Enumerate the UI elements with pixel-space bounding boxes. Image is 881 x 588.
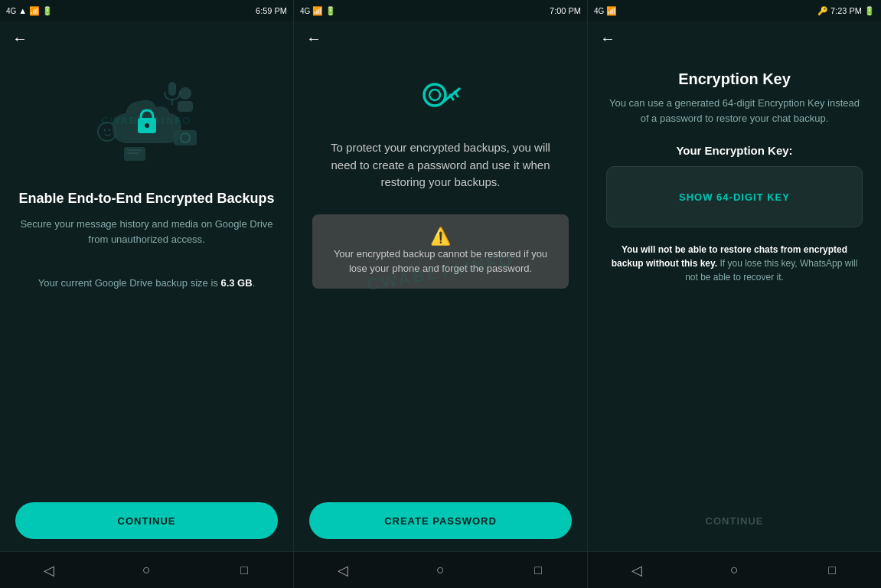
screen1-subtitle: Secure your message history and media on…	[18, 217, 275, 247]
key-icon	[419, 78, 462, 124]
signal-bars-1: ▲	[18, 6, 27, 15]
nav-square-icon-2: □	[534, 564, 542, 577]
screen2-content: CWABETAINFO To protect your encrypted ba…	[294, 55, 587, 490]
show-64-digit-key-button[interactable]: SHOW 64-DIGIT KEY	[606, 166, 863, 227]
screen3-content: Encryption Key You can use a generated 6…	[588, 55, 881, 490]
nav-square-2[interactable]: □	[515, 552, 561, 588]
nav-square-icon-1: □	[240, 564, 248, 577]
status-right-3: 🔑 7:23 PM 🔋	[817, 6, 875, 16]
screen-1: 4G ▲ 📶 🔋 6:59 PM ← CWABETAINFO	[0, 0, 294, 551]
back-row-2: ←	[294, 21, 587, 55]
svg-rect-5	[168, 82, 176, 96]
nav-home-2[interactable]: ○	[417, 552, 463, 588]
warning-box-wrap: ⚠️ Your encrypted backup cannot be resto…	[312, 191, 569, 289]
nav-home-icon-1: ○	[142, 562, 151, 578]
signal-icon-3: 4G	[594, 7, 604, 15]
wifi-icon-2: 📶	[312, 6, 323, 16]
nav-back-3[interactable]: ◁	[614, 552, 660, 588]
nav-home-icon-2: ○	[436, 562, 445, 578]
warning-text: Your encrypted backup cannot be restored…	[328, 247, 553, 276]
nav-square-3[interactable]: □	[809, 552, 855, 588]
nav-back-icon-2: ◁	[338, 562, 348, 579]
back-button-2[interactable]: ←	[306, 30, 321, 47]
nav-square-1[interactable]: □	[221, 552, 267, 588]
nav-back-1[interactable]: ◁	[26, 552, 72, 588]
btn-row-1: CONTINUE	[0, 490, 293, 551]
warning-icon: ⚠️	[430, 227, 451, 247]
signal-icon-1: 4G	[6, 7, 16, 15]
status-left-2: 4G 📶 🔋	[300, 6, 336, 16]
show-key-text: SHOW 64-DIGIT KEY	[679, 191, 790, 203]
status-left-3: 4G 📶	[594, 6, 617, 16]
wifi-icon-1: 📶	[29, 6, 40, 16]
your-key-label: Your Encryption Key:	[676, 144, 792, 157]
battery-icon-2: 🔋	[325, 6, 336, 16]
key-svg	[419, 78, 462, 121]
nav-square-icon-3: □	[828, 564, 836, 577]
svg-rect-11	[124, 147, 145, 161]
screen2-description: To protect your encrypted backups, you w…	[312, 139, 569, 191]
screen-2: 4G 📶 🔋 7:00 PM ← CWABETAINFO	[294, 0, 588, 551]
svg-rect-1	[178, 101, 193, 112]
btn-row-3: CONTINUE	[588, 490, 881, 551]
backup-size: 6.3 GB	[220, 277, 252, 289]
nav-home-icon-3: ○	[730, 562, 739, 578]
svg-point-3	[103, 129, 106, 132]
nav-back-icon-3: ◁	[631, 562, 642, 579]
back-row-3: ←	[588, 21, 881, 55]
warning-box: ⚠️ Your encrypted backup cannot be resto…	[312, 214, 569, 289]
continue-button-1[interactable]: CONTINUE	[15, 502, 278, 539]
btn-row-2: CREATE PASSWORD	[294, 490, 587, 551]
wifi-icon-3: 📶	[606, 6, 617, 16]
status-right-2: 7:00 PM	[550, 6, 581, 15]
screen-3: 4G 📶 🔑 7:23 PM 🔋 ← Encryption Key You ca…	[588, 0, 881, 551]
battery-icon-3: 🔋	[864, 6, 875, 16]
status-bar-3: 4G 📶 🔑 7:23 PM 🔋	[588, 0, 881, 21]
time-1: 6:59 PM	[256, 6, 287, 15]
key-warning: You will not be able to restore chats fr…	[606, 243, 863, 284]
time-3: 7:23 PM	[830, 6, 862, 15]
nav-home-1[interactable]: ○	[123, 552, 169, 588]
watermark-1: CWABETAINFO	[78, 115, 216, 126]
svg-point-4	[108, 129, 110, 132]
screen1-title: Enable End-to-End Encrypted Backups	[18, 190, 274, 207]
back-button-1[interactable]: ←	[12, 30, 28, 47]
svg-point-15	[429, 90, 440, 100]
nav-back-icon-1: ◁	[44, 562, 54, 579]
backup-info: Your current Google Drive backup size is…	[38, 277, 256, 289]
battery-icon-1: 🔋	[42, 6, 53, 16]
key-lock-icon: 🔑	[817, 6, 828, 16]
signal-icon-2: 4G	[300, 7, 310, 15]
encryption-key-title: Encryption Key	[678, 70, 791, 88]
status-bar-1: 4G ▲ 📶 🔋 6:59 PM	[0, 0, 293, 21]
status-left-1: 4G ▲ 📶 🔋	[6, 6, 53, 16]
back-row-1: ←	[0, 21, 293, 55]
screen1-content: CWABETAINFO	[0, 55, 293, 490]
back-button-3[interactable]: ←	[600, 30, 615, 47]
status-right-1: 6:59 PM	[256, 6, 287, 15]
svg-line-17	[455, 92, 458, 96]
encryption-key-desc: You can use a generated 64-digit Encrypt…	[606, 96, 863, 126]
illustration-1: CWABETAINFO	[78, 63, 216, 178]
svg-point-0	[179, 87, 191, 100]
continue-button-3-disabled: CONTINUE	[603, 502, 866, 539]
status-bar-2: 4G 📶 🔋 7:00 PM	[294, 0, 587, 21]
nav-home-3[interactable]: ○	[711, 552, 757, 588]
create-password-button[interactable]: CREATE PASSWORD	[309, 502, 572, 539]
nav-back-2[interactable]: ◁	[320, 552, 366, 588]
time-2: 7:00 PM	[550, 6, 581, 15]
